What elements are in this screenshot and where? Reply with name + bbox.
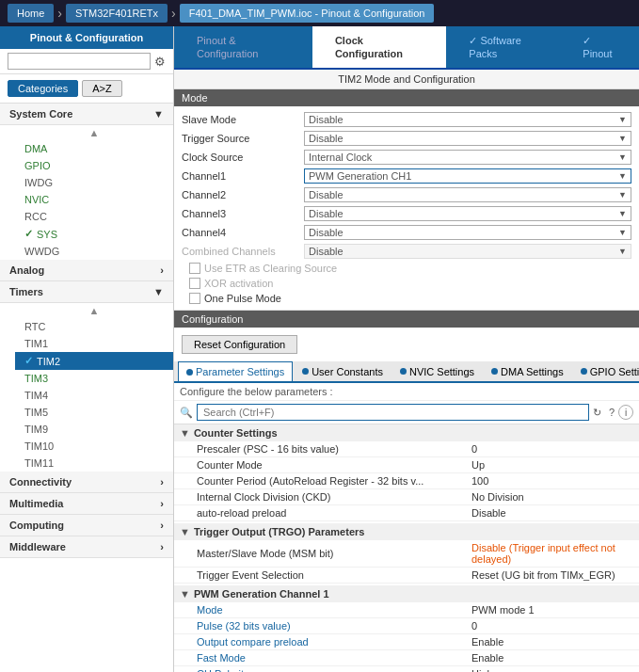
pwm-ch1-label: PWM Generation Channel 1 bbox=[194, 588, 329, 600]
sidebar-item-dma[interactable]: DMA bbox=[15, 140, 173, 157]
param-search-input[interactable] bbox=[197, 404, 589, 421]
param-group-trigger-header[interactable]: ▼ Trigger Output (TRGO) Parameters bbox=[174, 523, 639, 540]
combined-value: Disable bbox=[309, 246, 343, 257]
scroll-up[interactable]: ▲ bbox=[15, 125, 173, 140]
param-row-counter-mode: Counter Mode Up bbox=[174, 457, 639, 473]
clock-source-arrow: ▼ bbox=[618, 152, 627, 162]
msm-name: Master/Slave Mode (MSM bit) bbox=[197, 548, 464, 559]
nav-file[interactable]: F401_DMA_TIM_PWM.ioc - Pinout & Configur… bbox=[180, 4, 435, 23]
chevron-right-icon-mw: › bbox=[160, 541, 164, 552]
trigger-source-select[interactable]: Disable ▼ bbox=[304, 131, 631, 146]
clock-source-select[interactable]: Internal Clock ▼ bbox=[304, 150, 631, 165]
search-icon: 🔍 bbox=[180, 407, 193, 419]
sidebar-item-tim10[interactable]: TIM10 bbox=[15, 438, 173, 455]
tab-gpio-settings[interactable]: GPIO Settings bbox=[573, 361, 639, 381]
tab-parameter-settings[interactable]: Parameter Settings bbox=[178, 361, 293, 381]
autoreload-name: auto-reload preload bbox=[197, 507, 464, 519]
dot-param-settings bbox=[186, 369, 193, 376]
form-row-channel3: Channel3 Disable ▼ bbox=[174, 204, 639, 223]
sidebar-item-iwdg[interactable]: IWDG bbox=[15, 174, 173, 191]
channel1-value: PWM Generation CH1 bbox=[309, 170, 411, 182]
tab-pinout-config[interactable]: Pinout & Configuration bbox=[174, 26, 312, 68]
scroll-up-timers[interactable]: ▲ bbox=[15, 303, 173, 318]
tab-categories[interactable]: Categories bbox=[8, 80, 78, 97]
category-middleware[interactable]: Middleware › bbox=[0, 536, 173, 558]
category-connectivity[interactable]: Connectivity › bbox=[0, 472, 173, 493]
refresh-icon[interactable]: ↻ bbox=[593, 407, 601, 419]
nav-home-label: Home bbox=[17, 8, 44, 19]
tab-clock-config[interactable]: Clock Configuration bbox=[312, 26, 446, 68]
sidebar-item-tim2[interactable]: ✓ TIM2 bbox=[15, 352, 173, 370]
dot-nvic-settings bbox=[400, 368, 407, 375]
sidebar-item-tim9[interactable]: TIM9 bbox=[15, 421, 173, 438]
trigger-event-value: Reset (UG bit from TIMx_EGR) bbox=[464, 569, 633, 581]
fast-mode-name: Fast Mode bbox=[197, 652, 464, 664]
tab-pinout[interactable]: ✓ Pinout bbox=[560, 26, 639, 68]
extra-tabs: ✓ Software Packs ✓ Pinout bbox=[446, 26, 639, 68]
sidebar-item-rcc[interactable]: RCC bbox=[15, 208, 173, 225]
sidebar-item-gpio[interactable]: GPIO bbox=[15, 157, 173, 174]
sidebar-header: Pinout & Configuration bbox=[0, 26, 173, 49]
chevron-right-icon-comp: › bbox=[160, 520, 164, 531]
search-input[interactable] bbox=[8, 53, 151, 70]
tab-software-packs[interactable]: ✓ Software Packs bbox=[446, 26, 560, 68]
nav-home[interactable]: Home bbox=[8, 4, 54, 23]
tim2-header-text: TIM2 Mode and Configuration bbox=[338, 73, 475, 85]
sidebar-item-sys[interactable]: ✓ SYS bbox=[15, 225, 173, 243]
category-analog[interactable]: Analog › bbox=[0, 260, 173, 281]
tab-nvic-settings[interactable]: NVIC Settings bbox=[392, 361, 482, 381]
expand-arrow-trigger: ▼ bbox=[180, 526, 190, 537]
trigger-source-arrow: ▼ bbox=[618, 134, 627, 143]
param-tab-label-0: Parameter Settings bbox=[196, 366, 284, 377]
config-section-title: Configuration bbox=[182, 313, 243, 325]
channel3-arrow: ▼ bbox=[618, 209, 627, 218]
param-search-row: 🔍 ↻ ? i bbox=[174, 401, 639, 424]
tab-dma-settings[interactable]: DMA Settings bbox=[484, 361, 571, 381]
sidebar-item-wwdg[interactable]: WWDG bbox=[15, 243, 173, 260]
content-area: Pinout & Configuration Clock Configurati… bbox=[174, 26, 639, 672]
nav-sep-1: › bbox=[57, 6, 62, 21]
sidebar-item-nvic[interactable]: NVIC bbox=[15, 191, 173, 208]
gear-icon[interactable]: ⚙ bbox=[154, 55, 166, 69]
channel2-label: Channel2 bbox=[182, 189, 304, 200]
reset-configuration-button[interactable]: Reset Configuration bbox=[182, 335, 297, 354]
help-icon[interactable]: ? bbox=[609, 407, 615, 418]
autoreload-value: Disable bbox=[464, 507, 633, 519]
category-multimedia[interactable]: Multimedia › bbox=[0, 493, 173, 515]
checkbox-etr-input[interactable] bbox=[189, 263, 200, 274]
channel3-select[interactable]: Disable ▼ bbox=[304, 206, 631, 221]
category-timers[interactable]: Timers ▼ bbox=[0, 281, 173, 303]
combined-select: Disable ▼ bbox=[304, 244, 631, 259]
form-row-trigger-source: Trigger Source Disable ▼ bbox=[174, 129, 639, 148]
sidebar-item-tim4[interactable]: TIM4 bbox=[15, 387, 173, 404]
category-system-core[interactable]: System Core ▼ bbox=[0, 104, 173, 125]
sidebar-item-rtc[interactable]: RTC bbox=[15, 318, 173, 335]
sidebar-item-tim5[interactable]: TIM5 bbox=[15, 404, 173, 421]
tab-user-constants[interactable]: User Constants bbox=[295, 361, 391, 381]
slave-mode-select[interactable]: Disable ▼ bbox=[304, 112, 631, 127]
info-circle-icon[interactable]: i bbox=[618, 405, 633, 420]
param-group-pwm-header[interactable]: ▼ PWM Generation Channel 1 bbox=[174, 585, 639, 602]
checkbox-xor-input[interactable] bbox=[189, 278, 200, 289]
param-content: ▼ Counter Settings Prescaler (PSC - 16 b… bbox=[174, 424, 639, 672]
mode-section-title: Mode bbox=[182, 92, 208, 104]
nav-mcu[interactable]: STM32F401RETx bbox=[66, 4, 168, 23]
channel2-value: Disable bbox=[309, 189, 343, 200]
sidebar-item-tim1[interactable]: TIM1 bbox=[15, 335, 173, 352]
param-tabs-bar: Parameter Settings User Constants NVIC S… bbox=[174, 361, 639, 383]
param-row-fast-mode: Fast Mode Enable bbox=[174, 650, 639, 666]
nav-file-label: F401_DMA_TIM_PWM.ioc - Pinout & Configur… bbox=[189, 8, 425, 19]
sidebar-item-tim3[interactable]: TIM3 bbox=[15, 370, 173, 387]
checkbox-one-pulse-input[interactable] bbox=[189, 293, 200, 304]
counter-mode-name: Counter Mode bbox=[197, 459, 464, 471]
tab-az[interactable]: A>Z bbox=[82, 80, 121, 97]
category-computing[interactable]: Computing › bbox=[0, 515, 173, 536]
sidebar-item-tim11[interactable]: TIM11 bbox=[15, 455, 173, 472]
param-tab-label-2: NVIC Settings bbox=[409, 366, 474, 377]
channel2-select[interactable]: Disable ▼ bbox=[304, 187, 631, 202]
form-row-channel1: Channel1 PWM Generation CH1 ▼ bbox=[174, 167, 639, 185]
channel4-select[interactable]: Disable ▼ bbox=[304, 225, 631, 240]
param-group-counter-header[interactable]: ▼ Counter Settings bbox=[174, 424, 639, 441]
channel1-select[interactable]: PWM Generation CH1 ▼ bbox=[304, 168, 631, 184]
param-row-trigger-event: Trigger Event Selection Reset (UG bit fr… bbox=[174, 568, 639, 584]
